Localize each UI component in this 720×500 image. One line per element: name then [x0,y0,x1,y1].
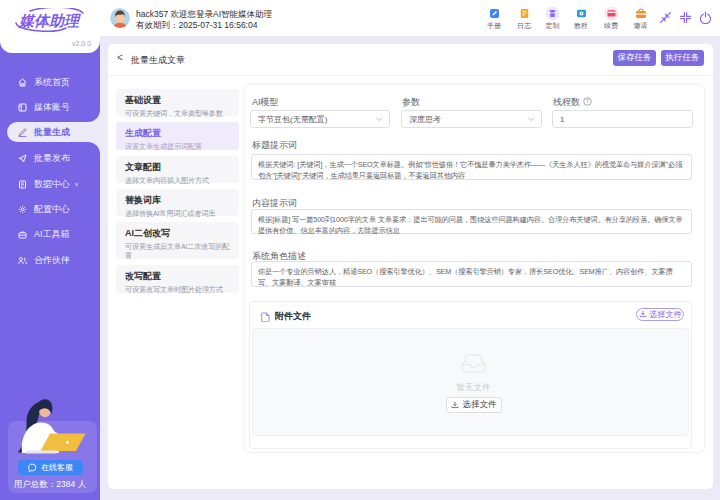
svg-text:媒体助理: 媒体助理 [18,12,81,29]
svg-text:?: ? [586,98,589,104]
